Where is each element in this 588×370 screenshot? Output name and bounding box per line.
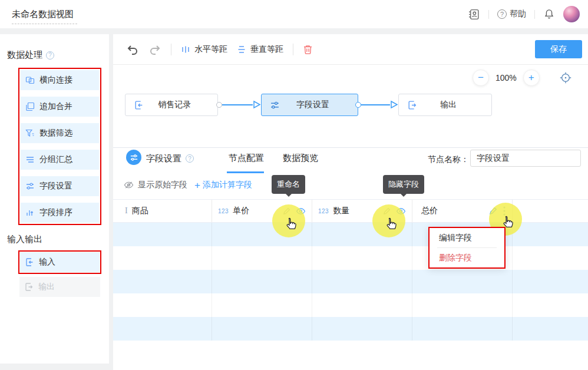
number-type-icon: 123 — [218, 208, 229, 214]
menu-item-edit-field[interactable]: 编辑字段 — [430, 228, 504, 247]
main-panel: 水平等距 垂直等距 保存 − 100% + — [113, 34, 588, 370]
horizontal-spacing-button[interactable]: 水平等距 — [181, 44, 227, 55]
flow-node-field-settings[interactable]: 字段设置 — [261, 94, 358, 116]
output-icon — [407, 100, 417, 110]
hand-cursor-icon — [283, 217, 298, 236]
field-settings-badge-icon — [126, 150, 141, 165]
section-help-icon[interactable]: ? — [46, 51, 54, 60]
flow-node-output[interactable]: 输出 — [398, 94, 492, 116]
sidebar-item-output: 输出 — [19, 277, 100, 297]
table-cell — [212, 270, 312, 293]
table-cell — [212, 293, 312, 317]
table-row — [113, 270, 588, 293]
arrowhead-icon — [253, 100, 261, 111]
table-cell — [312, 293, 412, 317]
node-name-input[interactable] — [470, 150, 581, 167]
sidebar-item-horizontal-join[interactable]: 横向连接 — [21, 70, 99, 90]
flow-node-sales-records[interactable]: 销售记录 — [125, 94, 218, 116]
help-button[interactable]: ? 帮助 — [497, 9, 526, 19]
save-button[interactable]: 保存 — [535, 40, 582, 58]
append-merge-icon — [25, 102, 35, 111]
connection-port[interactable] — [216, 102, 222, 108]
header-divider — [534, 10, 535, 19]
column-header-empty — [513, 200, 588, 222]
add-calculated-field-button[interactable]: + 添加计算字段 — [194, 180, 252, 190]
table-cell — [513, 293, 588, 317]
sidebar-item-data-filter[interactable]: 数据筛选 — [21, 123, 99, 143]
hand-cursor-icon — [500, 215, 514, 234]
zoom-controls: − 100% + — [473, 70, 572, 86]
panel-divider — [113, 147, 588, 148]
contacts-icon[interactable] — [468, 8, 480, 21]
tab-node-config[interactable]: 节点配置 — [229, 153, 264, 164]
table-cell — [513, 317, 588, 341]
header-divider — [488, 10, 489, 19]
menu-item-delete-field[interactable]: 删除字段 — [430, 248, 504, 267]
table-cell — [113, 270, 212, 293]
user-avatar[interactable] — [563, 6, 580, 22]
table-cell — [412, 317, 513, 341]
app-root: 未命名数据视图 ? 帮助 — [0, 0, 588, 370]
sidebar-item-field-settings[interactable]: 字段设置 — [21, 176, 99, 196]
plus-icon: + — [194, 180, 200, 190]
table-cell — [113, 317, 212, 341]
section-title-data-processing: 数据处理 ? — [7, 49, 54, 61]
header-actions: ? 帮助 — [468, 0, 580, 28]
toolbar-divider — [293, 44, 293, 55]
table-cell — [212, 246, 312, 270]
field-settings-icon — [25, 181, 35, 191]
toolbar-divider — [171, 44, 171, 55]
show-original-fields-toggle[interactable]: 显示原始字段 — [124, 180, 187, 190]
table-cell — [312, 317, 412, 341]
document-title[interactable]: 未命名数据视图 — [12, 9, 77, 24]
table-cell — [513, 270, 588, 293]
column-header-product[interactable]: I 商品 — [113, 200, 212, 222]
sliders-icon — [270, 100, 280, 110]
zoom-out-button[interactable]: − — [473, 70, 489, 86]
text-type-icon: I — [119, 206, 128, 216]
table-cell — [312, 246, 412, 270]
panel-title: 字段设置 — [146, 153, 181, 164]
vertical-spacing-button[interactable]: 垂直等距 — [237, 44, 283, 55]
horizontal-spacing-icon — [181, 45, 190, 54]
sidebar-group-input: 输入 — [18, 250, 101, 274]
redo-button[interactable] — [148, 44, 161, 55]
arrowhead-icon — [390, 100, 398, 111]
output-icon — [24, 282, 34, 292]
sidebar-group-processing: 横向连接 追加合并 数据筛选 分组汇总 — [18, 68, 101, 225]
table-cell — [312, 270, 412, 293]
input-icon — [134, 100, 144, 110]
node-name-label: 节点名称： — [428, 154, 469, 165]
canvas-toolbar: 水平等距 垂直等距 — [113, 34, 588, 65]
bell-icon[interactable] — [543, 8, 555, 20]
delete-node-button[interactable] — [303, 44, 313, 55]
field-context-menu: 编辑字段 删除字段 — [428, 227, 506, 269]
section-title-input-output: 输入输出 — [7, 234, 42, 245]
table-cell — [513, 246, 588, 270]
table-cell — [113, 246, 212, 270]
panel-help-icon[interactable]: ? — [186, 154, 194, 163]
sidebar-item-group-summary[interactable]: 分组汇总 — [21, 150, 99, 170]
table-row — [113, 246, 588, 270]
table-cell — [412, 270, 513, 293]
join-icon — [25, 75, 35, 85]
sidebar-item-field-sort[interactable]: 字段排序 — [21, 203, 99, 223]
tooltip-rename: 重命名 — [272, 175, 305, 194]
zoom-in-button[interactable]: + — [523, 70, 540, 86]
top-header: 未命名数据视图 ? 帮助 — [0, 0, 588, 28]
connector-line — [361, 104, 390, 105]
sidebar-item-input[interactable]: 输入 — [20, 252, 100, 272]
tooltip-hide-field: 隐藏字段 — [383, 175, 424, 194]
field-sort-icon — [25, 208, 35, 217]
tab-data-preview[interactable]: 数据预览 — [283, 153, 318, 164]
active-tab-underline — [227, 171, 264, 173]
connection-port[interactable] — [355, 102, 361, 108]
table-cell — [513, 223, 588, 246]
vertical-spacing-icon — [237, 45, 246, 54]
hand-cursor-icon — [384, 217, 398, 236]
zoom-level: 100% — [495, 73, 517, 82]
undo-button[interactable] — [126, 44, 139, 55]
sidebar-item-append-merge[interactable]: 追加合并 — [21, 97, 99, 117]
table-row — [113, 317, 588, 341]
locate-center-icon[interactable] — [559, 71, 572, 84]
